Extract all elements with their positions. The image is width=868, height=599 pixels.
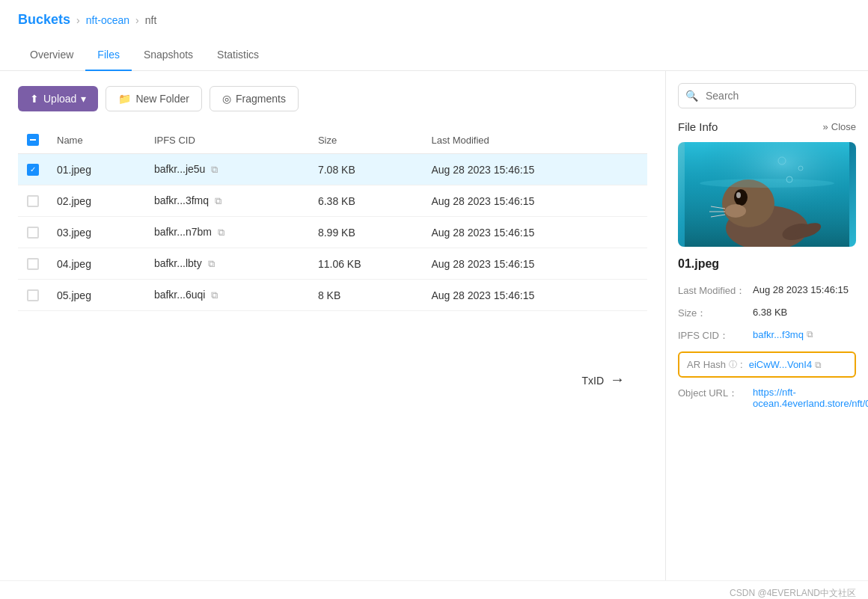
file-info-panel: 🔍 File Info » Close xyxy=(666,71,868,580)
info-ipfs-cid: IPFS CID： bafkr...f3mq ⧉ xyxy=(678,325,856,347)
copy-cid-5[interactable]: ⧉ xyxy=(211,289,218,301)
file-cid-5: bafkr...6uqi ⧉ xyxy=(145,280,309,311)
svg-point-5 xyxy=(734,189,748,206)
breadcrumb-sep-1: › xyxy=(76,14,80,26)
copy-ar-hash-icon[interactable]: ⧉ xyxy=(815,360,822,370)
file-modified-2: Aug 28 2023 15:46:15 xyxy=(422,185,647,217)
breadcrumb-sep-2: › xyxy=(135,14,139,26)
file-size-5: 8 KB xyxy=(309,280,423,311)
upload-label: Upload xyxy=(43,93,76,105)
buckets-link[interactable]: Buckets xyxy=(18,12,70,28)
row-checkbox-3[interactable] xyxy=(27,227,39,239)
file-cid-4: bafkr...lbty ⧉ xyxy=(145,248,309,280)
ar-hash-label: AR Hash ⓘ : xyxy=(687,359,743,370)
svg-point-7 xyxy=(725,204,746,218)
upload-icon: ⬆ xyxy=(30,93,39,105)
file-cid-3: bafkr...n7bm ⧉ xyxy=(145,217,309,248)
fragments-button[interactable]: ◎ Fragments xyxy=(210,86,299,111)
tab-files[interactable]: Files xyxy=(85,40,132,71)
row-checkbox-5[interactable] xyxy=(27,289,39,301)
file-name-2[interactable]: 02.jpeg xyxy=(48,185,145,217)
file-name-3[interactable]: 03.jpeg xyxy=(48,217,145,248)
table-row: 03.jpeg bafkr...n7bm ⧉ 8.99 KB Aug 28 20… xyxy=(18,217,647,248)
row-checkbox-2[interactable] xyxy=(27,195,39,207)
ipfs-cid-label: IPFS CID： xyxy=(678,329,753,342)
new-folder-label: New Folder xyxy=(135,93,189,105)
upload-chevron-icon: ▾ xyxy=(81,93,86,105)
size-value: 6.38 KB xyxy=(753,307,787,318)
copy-ipfs-cid-icon[interactable]: ⧉ xyxy=(807,329,813,340)
ar-hash-colon: : xyxy=(740,359,743,370)
ipfs-cid-value[interactable]: bafkr...f3mq xyxy=(753,329,804,340)
file-preview xyxy=(678,142,856,247)
file-info-header: File Info » Close xyxy=(678,120,856,133)
breadcrumb-nft-ocean[interactable]: nft-ocean xyxy=(86,14,129,26)
footer-text: CSDN @4EVERLAND中文社区 xyxy=(730,588,856,598)
copy-cid-4[interactable]: ⧉ xyxy=(208,258,215,269)
col-name: Name xyxy=(48,126,145,154)
row-checkbox-1[interactable] xyxy=(27,164,39,176)
file-name-1[interactable]: 01.jpeg xyxy=(48,154,145,185)
txid-annotation: TxID xyxy=(582,375,605,387)
file-size-4: 11.06 KB xyxy=(309,248,423,280)
close-button[interactable]: » Close xyxy=(823,121,856,132)
file-modified-1: Aug 28 2023 15:46:15 xyxy=(422,154,647,185)
tabs-bar: Overview Files Snapshots Statistics xyxy=(0,40,868,71)
copy-cid-3[interactable]: ⧉ xyxy=(218,227,224,238)
svg-point-16 xyxy=(700,179,834,188)
col-modified: Last Modified xyxy=(422,126,647,154)
tab-overview[interactable]: Overview xyxy=(18,40,85,71)
last-modified-label: Last Modified： xyxy=(678,284,753,298)
file-name-4[interactable]: 04.jpeg xyxy=(48,248,145,280)
table-row: 04.jpeg bafkr...lbty ⧉ 11.06 KB Aug 28 2… xyxy=(18,248,647,280)
row-checkbox-4[interactable] xyxy=(27,258,39,270)
file-name-5[interactable]: 05.jpeg xyxy=(48,280,145,311)
close-label: Close xyxy=(831,121,856,132)
ar-hash-value[interactable]: eiCwW...VonI4 xyxy=(749,359,813,370)
toolbar: ⬆ Upload ▾ 📁 New Folder ◎ Fragments xyxy=(18,86,647,111)
table-row: 02.jpeg bafkr...3fmq ⧉ 6.38 KB Aug 28 20… xyxy=(18,185,647,217)
col-cid: IPFS CID xyxy=(145,126,309,154)
info-last-modified: Last Modified： Aug 28 2023 15:46:15 xyxy=(678,280,856,302)
fragments-label: Fragments xyxy=(236,93,286,105)
last-modified-value: Aug 28 2023 15:46:15 xyxy=(753,284,849,295)
tab-statistics[interactable]: Statistics xyxy=(205,40,271,71)
file-size-1: 7.08 KB xyxy=(309,154,423,185)
file-size-2: 6.38 KB xyxy=(309,185,423,217)
new-folder-button[interactable]: 📁 New Folder xyxy=(106,86,202,111)
ar-hash-help-icon[interactable]: ⓘ xyxy=(729,359,737,370)
file-modified-4: Aug 28 2023 15:46:15 xyxy=(422,248,647,280)
file-size-3: 8.99 KB xyxy=(309,217,423,248)
col-size: Size xyxy=(309,126,423,154)
size-label: Size： xyxy=(678,307,753,320)
fragments-icon: ◎ xyxy=(222,93,231,105)
folder-icon: 📁 xyxy=(118,93,131,105)
file-cid-2: bafkr...3fmq ⧉ xyxy=(145,185,309,217)
txid-arrow: → xyxy=(610,371,625,387)
tab-snapshots[interactable]: Snapshots xyxy=(132,40,205,71)
table-row: 01.jpeg bafkr...je5u ⧉ 7.08 KB Aug 28 20… xyxy=(18,154,647,185)
file-cid-1: bafkr...je5u ⧉ xyxy=(145,154,309,185)
ar-hash-row: AR Hash ⓘ : eiCwW...VonI4 ⧉ xyxy=(678,351,856,378)
close-arrows-icon: » xyxy=(823,121,828,132)
search-container: 🔍 xyxy=(678,83,856,108)
search-icon: 🔍 xyxy=(685,90,698,102)
object-url-value[interactable]: https://nft-ocean.4everland.store/nft/01… xyxy=(753,387,868,409)
table-row: 05.jpeg bafkr...6uqi ⧉ 8 KB Aug 28 2023 … xyxy=(18,280,647,311)
info-object-url: Object URL： https://nft-ocean.4everland.… xyxy=(678,382,856,414)
files-content: ⬆ Upload ▾ 📁 New Folder ◎ Fragments xyxy=(0,71,666,580)
breadcrumb-nft: nft xyxy=(145,14,157,26)
search-input[interactable] xyxy=(678,83,856,108)
upload-button[interactable]: ⬆ Upload ▾ xyxy=(18,86,98,111)
info-file-name: 01.jpeg xyxy=(678,257,856,271)
copy-cid-1[interactable]: ⧉ xyxy=(211,164,218,175)
info-size: Size： 6.38 KB xyxy=(678,302,856,325)
footer: CSDN @4EVERLAND中文社区 xyxy=(0,580,868,599)
copy-cid-2[interactable]: ⧉ xyxy=(215,195,221,206)
svg-point-6 xyxy=(736,192,741,198)
file-modified-3: Aug 28 2023 15:46:15 xyxy=(422,217,647,248)
file-table: Name IPFS CID Size Last Modified 01.jpeg… xyxy=(18,126,647,311)
object-url-label: Object URL： xyxy=(678,387,753,400)
select-all-checkbox[interactable] xyxy=(27,134,39,146)
file-info-title: File Info xyxy=(678,120,718,133)
